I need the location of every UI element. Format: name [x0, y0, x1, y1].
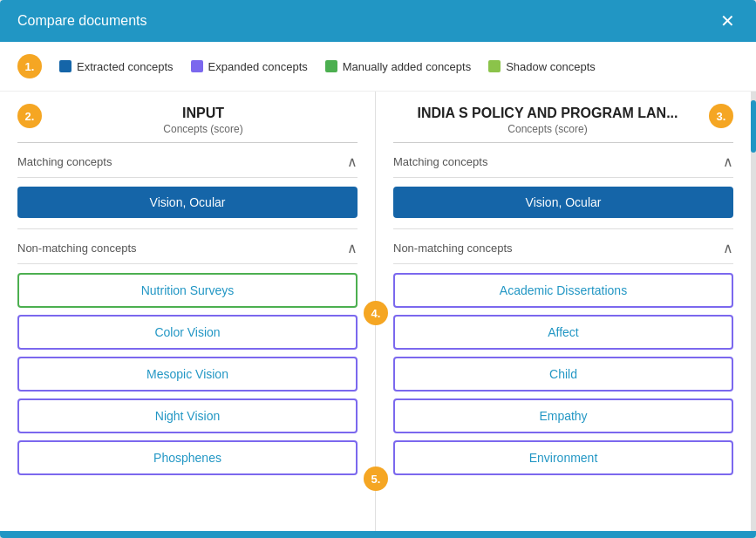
legend-manual: Manually added concepts: [325, 60, 471, 73]
step-5-badge: 5.: [364, 466, 388, 491]
col1-nonmatching-chevron: ∧: [347, 240, 358, 256]
shadow-color-dot: [488, 60, 501, 72]
col2-nonmatching-label: Non-matching concepts: [393, 242, 513, 255]
col1-matching-chevron: ∧: [347, 153, 358, 170]
modal-title: Compare documents: [17, 13, 147, 29]
shadow-label: Shadow concepts: [506, 60, 596, 73]
col2-matching-section-header[interactable]: Matching concepts ∧: [393, 143, 733, 178]
col1-header: INPUT Concepts (score): [17, 92, 358, 143]
extracted-label: Extracted concepts: [77, 60, 174, 73]
column-india: INDIA S POLICY AND PROGRAM LAN... Concep…: [376, 92, 751, 531]
col2-nonmatching-environment[interactable]: Environment: [393, 440, 733, 475]
col1-nonmatching-phosphenes[interactable]: Phosphenes: [17, 440, 358, 475]
manual-label: Manually added concepts: [343, 60, 471, 73]
col1-nonmatching-label: Non-matching concepts: [17, 242, 137, 255]
compare-documents-modal: Compare documents ✕ 1. Extracted concept…: [0, 0, 756, 538]
col2-nonmatching-empathy[interactable]: Empathy: [393, 398, 733, 433]
col1-nonmatching-nutrition[interactable]: Nutrition Surveys: [17, 273, 358, 308]
col1-title: INPUT: [49, 106, 358, 121]
expanded-color-dot: [191, 60, 203, 72]
legend-shadow: Shadow concepts: [488, 60, 596, 73]
close-button[interactable]: ✕: [717, 12, 739, 30]
col2-header: INDIA S POLICY AND PROGRAM LAN... Concep…: [393, 92, 733, 143]
legend-extracted: Extracted concepts: [59, 60, 174, 73]
legend-expanded: Expanded concepts: [191, 60, 308, 73]
col2-matching-vision-ocular[interactable]: Vision, Ocular: [393, 187, 733, 218]
col2-nonmatching-chevron: ∧: [723, 240, 733, 256]
step-2-badge: 2.: [17, 104, 42, 128]
col1-nonmatching-night-vision[interactable]: Night Vision: [17, 398, 358, 433]
col1-nonmatching-section-header[interactable]: Non-matching concepts ∧: [17, 229, 358, 264]
modal-header: Compare documents ✕: [0, 0, 756, 42]
col1-subtitle: Concepts (score): [49, 123, 358, 135]
expanded-label: Expanded concepts: [208, 60, 308, 73]
manual-color-dot: [325, 60, 337, 72]
col2-matching-label: Matching concepts: [393, 155, 487, 168]
bottom-progress-bar: [0, 531, 756, 538]
column-input: 2. INPUT Concepts (score) Matching conce…: [0, 92, 376, 531]
step-4-badge: 4.: [364, 301, 388, 325]
step-1-badge: 1.: [17, 54, 42, 78]
col1-nonmatching-color-vision[interactable]: Color Vision: [17, 315, 358, 350]
extracted-color-dot: [59, 60, 72, 72]
col2-subtitle: Concepts (score): [393, 123, 702, 135]
col2-nonmatching-section-header[interactable]: Non-matching concepts ∧: [393, 229, 733, 264]
col2-matching-chevron: ∧: [723, 153, 733, 170]
col2-nonmatching-academic[interactable]: Academic Dissertations: [393, 273, 733, 308]
scrollbar-thumb: [751, 100, 756, 153]
main-content: 2. INPUT Concepts (score) Matching conce…: [0, 92, 756, 531]
col2-title: INDIA S POLICY AND PROGRAM LAN...: [393, 106, 702, 121]
scrollbar[interactable]: [751, 92, 756, 531]
col1-matching-vision-ocular[interactable]: Vision, Ocular: [17, 187, 358, 218]
step-3-badge: 3.: [709, 104, 733, 128]
col1-matching-label: Matching concepts: [17, 155, 112, 168]
legend-bar: 1. Extracted concepts Expanded concepts …: [0, 42, 756, 92]
col2-nonmatching-child[interactable]: Child: [393, 357, 733, 392]
col2-nonmatching-affect[interactable]: Affect: [393, 315, 733, 350]
col1-matching-section-header[interactable]: Matching concepts ∧: [17, 143, 358, 178]
col1-nonmatching-mesopic[interactable]: Mesopic Vision: [17, 357, 358, 392]
